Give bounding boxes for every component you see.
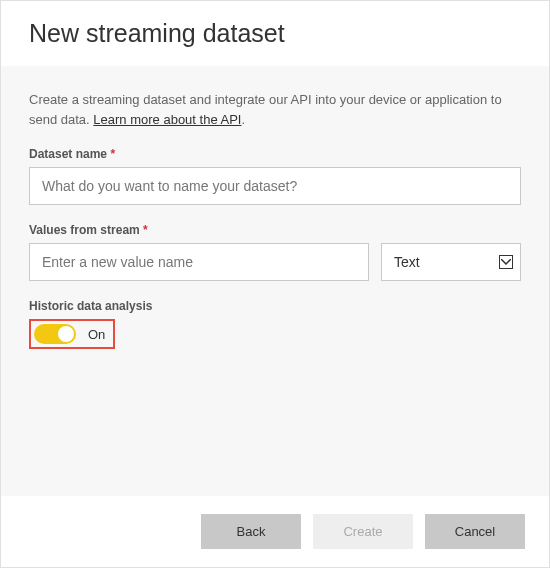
dialog-content: Create a streaming dataset and integrate… <box>1 66 549 496</box>
toggle-knob <box>58 326 74 342</box>
intro-text: Create a streaming dataset and integrate… <box>29 90 521 129</box>
values-from-stream-label: Values from stream * <box>29 223 521 237</box>
back-button[interactable]: Back <box>201 514 301 549</box>
cancel-button[interactable]: Cancel <box>425 514 525 549</box>
value-name-input[interactable] <box>29 243 369 281</box>
historic-data-field: Historic data analysis On <box>29 299 521 349</box>
value-type-select-wrapper: Text <box>381 243 521 281</box>
historic-toggle-state: On <box>88 327 105 342</box>
highlight-annotation: On <box>29 319 115 349</box>
dialog-title: New streaming dataset <box>29 19 521 48</box>
new-streaming-dataset-dialog: New streaming dataset Create a streaming… <box>0 0 550 568</box>
intro-text-after: . <box>241 112 245 127</box>
dataset-name-label-text: Dataset name <box>29 147 107 161</box>
historic-data-label: Historic data analysis <box>29 299 521 313</box>
values-row: Text <box>29 243 521 281</box>
create-button[interactable]: Create <box>313 514 413 549</box>
learn-more-link[interactable]: Learn more about the API <box>93 112 241 127</box>
values-from-stream-label-text: Values from stream <box>29 223 140 237</box>
historic-toggle[interactable] <box>34 324 76 344</box>
values-from-stream-field: Values from stream * Text <box>29 223 521 281</box>
value-type-select[interactable]: Text <box>381 243 521 281</box>
required-mark: * <box>143 223 148 237</box>
dialog-footer: Back Create Cancel <box>1 496 549 567</box>
dialog-header: New streaming dataset <box>1 1 549 66</box>
dataset-name-label: Dataset name * <box>29 147 521 161</box>
dataset-name-field: Dataset name * <box>29 147 521 205</box>
dataset-name-input[interactable] <box>29 167 521 205</box>
required-mark: * <box>110 147 115 161</box>
